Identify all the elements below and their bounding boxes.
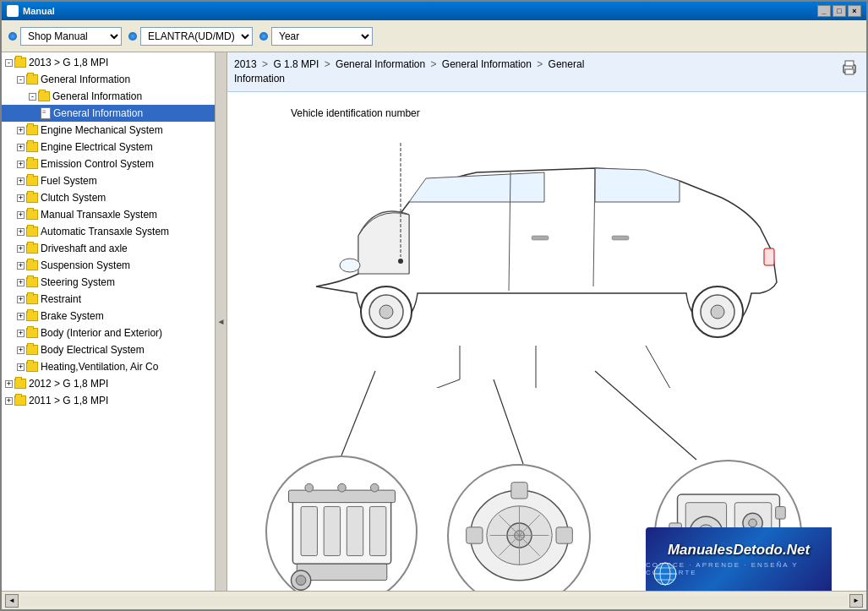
title-bar-buttons: _ □ × [817,5,861,17]
svg-point-36 [296,576,306,586]
folder-icon-gi-parent [26,74,38,85]
sidebar-item-bels[interactable]: + Body Electrical System [2,341,215,358]
expand-icon-2012[interactable]: + [5,380,13,388]
breadcrumb-text: 2013 [234,58,257,70]
svg-point-17 [398,259,403,264]
sidebar-item-ems[interactable]: + Engine Mechanical System [2,122,215,139]
sidebar-item-2011[interactable]: + 2011 > G 1,8 MPI [2,392,215,409]
year-select[interactable]: Year 2013 2012 2011 [271,27,373,46]
expand-icon-bs[interactable]: + [17,313,25,320]
doc-icon-gi-leaf [41,107,51,119]
sidebar-item-re[interactable]: + Restraint [2,291,215,308]
folder-icon-hvac [26,362,38,372]
app-icon [7,5,19,17]
content-area: 2013 > G 1.8 MPI > General Information >… [227,52,866,591]
svg-rect-46 [556,527,572,543]
expand-icon-st[interactable]: + [17,279,25,286]
scroll-left-button[interactable]: ◄ [5,594,19,608]
shop-manual-select[interactable]: Shop Manual Owner Manual [20,27,122,46]
watermark-banner: ManualesDetodo.Net CONOCE · APRENDE · EN… [646,527,832,591]
svg-rect-2 [845,61,854,66]
expand-icon-gi-child[interactable]: - [29,93,36,101]
breadcrumb-gi1: General Information [336,58,425,70]
folder-icon-2012 [14,379,26,389]
folder-icon-gi-child [38,91,50,101]
breadcrumb: 2013 > G 1.8 MPI > General Information >… [234,57,839,86]
minimize-button[interactable]: _ [817,5,831,17]
sidebar-item-ss[interactable]: + Suspension System [2,257,215,274]
print-button[interactable] [839,57,860,78]
sidebar-item-ats[interactable]: + Automatic Transaxle System [2,223,215,240]
folder-icon-ecs [26,159,38,169]
main-content: - 2013 > G 1,8 MPI - General Information… [2,52,866,591]
expand-icon-2013[interactable]: - [5,59,13,67]
scroll-track[interactable] [20,596,848,606]
sidebar-item-bs[interactable]: + Brake System [2,308,215,325]
expand-icon-ss[interactable]: + [17,262,25,270]
sidebar-item-daa[interactable]: + Driveshaft and axle [2,240,215,257]
sidebar-item-mts[interactable]: + Manual Transaxle System [2,206,215,223]
expand-icon-gi-parent[interactable]: - [17,76,25,84]
expand-icon-re[interactable]: + [17,296,25,303]
model-select[interactable]: ELANTRA(UD/MD) [140,27,253,46]
model-icon [128,32,137,41]
expand-icon-mts[interactable]: + [17,211,25,219]
svg-rect-59 [775,507,785,520]
expand-icon-ems[interactable]: + [17,127,25,134]
svg-point-6 [379,305,393,319]
sidebar-item-gi-child[interactable]: - General Information [2,88,215,105]
sidebar-item-gi-leaf[interactable]: General Information [2,105,215,122]
expand-icon-ats[interactable]: + [17,228,25,236]
sidebar-item-cs[interactable]: + Clutch System [2,189,215,206]
svg-point-3 [852,67,854,68]
breadcrumb-sep-1: > [262,58,270,70]
folder-icon-mts [26,210,38,220]
sidebar[interactable]: - 2013 > G 1,8 MPI - General Information… [2,52,216,591]
folder-icon-st [26,277,38,287]
expand-icon-fs[interactable]: + [17,177,25,185]
folder-icon-2011 [14,396,26,406]
expand-icon-bie[interactable]: + [17,330,25,337]
svg-point-34 [370,483,379,492]
sidebar-item-st[interactable]: + Steering System [2,274,215,291]
folder-icon-cs [26,193,38,203]
sidebar-item-fs[interactable]: + Fuel System [2,172,215,189]
expand-icon-bels[interactable]: + [17,346,25,354]
breadcrumb-bar: 2013 > G 1.8 MPI > General Information >… [227,52,866,92]
expand-icon-ecs[interactable]: + [17,161,25,168]
sidebar-item-2013[interactable]: - 2013 > G 1,8 MPI [2,54,215,71]
folder-icon-daa [26,243,38,254]
sidebar-item-bie[interactable]: + Body (Interior and Exterior) [2,325,215,341]
svg-rect-12 [532,236,549,240]
sidebar-collapse-button[interactable]: ◄ [216,52,227,591]
sidebar-item-hvac[interactable]: + Heating,Ventilation, Air Co [2,358,215,375]
close-button[interactable]: × [848,5,861,17]
expand-icon-cs[interactable]: + [17,194,25,202]
sidebar-item-gi-parent[interactable]: - General Information [2,71,215,88]
svg-point-32 [304,483,313,492]
folder-icon-ees [26,142,38,152]
expand-icon-2011[interactable]: + [5,397,13,405]
svg-point-14 [340,259,360,272]
sidebar-item-ees[interactable]: + Engine Electrical System [2,139,215,155]
svg-rect-26 [301,507,317,556]
svg-rect-27 [324,507,340,556]
car-diagram [291,117,781,388]
expand-icon-hvac[interactable]: + [17,363,25,371]
svg-line-23 [494,379,523,464]
watermark-title: ManualesDetodo.Net [668,542,810,559]
content-scroll[interactable]: Vehicle identification number [227,92,866,591]
breadcrumb-sep-2: > [325,58,333,70]
expand-icon-daa[interactable]: + [17,245,25,253]
maximize-button[interactable]: □ [833,5,846,17]
globe-icon [652,561,678,586]
folder-icon-bie [26,328,38,338]
breadcrumb-gi2: General Information [442,58,532,70]
car-svg [291,117,781,388]
scroll-right-button[interactable]: ► [849,594,863,608]
breadcrumb-gi3: General [549,58,585,70]
sidebar-item-2012[interactable]: + 2012 > G 1,8 MPI [2,375,215,392]
svg-point-9 [711,305,724,319]
expand-icon-ees[interactable]: + [17,144,25,151]
sidebar-item-ecs[interactable]: + Emission Control System [2,155,215,172]
